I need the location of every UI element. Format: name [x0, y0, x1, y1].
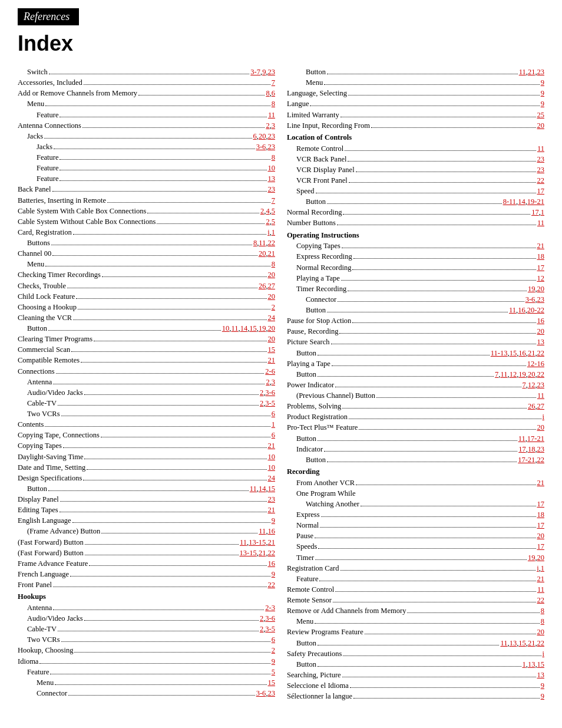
- index-entry: Feature10: [18, 163, 275, 173]
- index-entry: Menu9: [287, 77, 544, 88]
- index-entry: Pause, Recording20: [287, 326, 544, 337]
- index-entry: English Language9: [18, 515, 275, 526]
- index-entry: Operating Instructions: [287, 230, 544, 241]
- index-entry: Express Recording18: [287, 251, 544, 262]
- index-entry: Remote Sensor22: [287, 595, 544, 605]
- index-entry: Watching Another17: [287, 499, 544, 509]
- index-entry: Langue9: [287, 98, 544, 109]
- index-entry: Connector3-6,23: [18, 688, 275, 699]
- index-entry: Menu8: [18, 259, 275, 269]
- index-entry: Frame Advance Feature16: [18, 558, 275, 569]
- index-entry: Jacks6,20,23: [18, 131, 275, 141]
- index-entry: Feature11: [18, 110, 275, 120]
- index-entry: French Language9: [18, 569, 275, 579]
- index-entry: Speeds17: [287, 541, 544, 552]
- index-entry: Sélectionner la langue9: [287, 691, 544, 701]
- index-entry: VCR Back Panel23: [287, 154, 544, 164]
- index-entry: Menu8: [18, 98, 275, 109]
- index-entry: (Previous Channel) Button11: [287, 390, 544, 401]
- index-entry: Product Registrationi: [287, 411, 544, 422]
- index-entry: Remote Control11: [287, 143, 544, 154]
- index-entry: Add or Remove Channels from Memory8,6: [18, 88, 275, 98]
- index-entry: Button8-11,14,19-21: [287, 196, 544, 207]
- index-entry: VCR Display Panel23: [287, 164, 544, 175]
- index-entry: Audio/Video Jacks2,3-6: [18, 387, 275, 398]
- index-entry: Button11,16,20-22: [287, 305, 544, 315]
- index-entry: One Program While: [287, 488, 544, 499]
- index-entry: Searching, Picture13: [287, 670, 544, 680]
- index-entry: Back Panel23: [18, 184, 275, 195]
- index-entry: Registration Cardi,1: [287, 563, 544, 574]
- index-entry: Problems, Solving26,27: [287, 401, 544, 411]
- header-bar: References: [18, 8, 79, 25]
- index-entry: Safety Precautionsi: [287, 648, 544, 659]
- index-entry: (Frame Advance) Button11,16: [18, 526, 275, 536]
- index-entry: Front Panel22: [18, 579, 275, 590]
- index-entry: Jacks3-6,23: [18, 141, 275, 152]
- index-entry: Button10,11,14,15,19,20: [18, 323, 275, 334]
- index-entry: Card, Registrationi,1: [18, 227, 275, 238]
- index-entry: Review Programs Feature20: [287, 627, 544, 637]
- index-entry: Timer19,20: [287, 552, 544, 563]
- index-entry: Connections2-6: [18, 366, 275, 377]
- index-entry: Power Indicator7,12,23: [287, 380, 544, 390]
- index-entry: Pro-Tect Plus™ Feature20: [287, 422, 544, 433]
- index-entry: Idioma9: [18, 656, 275, 667]
- index-entry: Button11-13,15,16,21,22: [287, 348, 544, 358]
- index-entry: Button11,13,15,21,22: [287, 638, 544, 648]
- index-entry: Feature8: [18, 152, 275, 163]
- index-entry: Normal17: [287, 520, 544, 531]
- index-entry: Cable-TV2,3-5: [18, 398, 275, 409]
- index-entry: Timer Recording19,20: [287, 284, 544, 294]
- index-entry: Checking Timer Recordings20: [18, 269, 275, 280]
- index-entry: Picture Search13: [287, 337, 544, 347]
- right-column: Button11,21,23Menu9Language, Selecting9L…: [287, 67, 544, 701]
- index-entry: Button1,13,15: [287, 659, 544, 670]
- index-entry: Speed17: [287, 186, 544, 196]
- index-entry: Button11,21,23: [287, 67, 544, 77]
- index-entry: Audio/Video Jacks2,3-6: [18, 613, 275, 624]
- index-entry: Recording: [287, 466, 544, 477]
- index-entry: Button7,11,12,19,20,22: [287, 369, 544, 380]
- index-entry: Copying Tape, Connections6: [18, 430, 275, 440]
- index-entry: Limited Warranty25: [287, 110, 544, 120]
- index-entry: Display Panel23: [18, 494, 275, 505]
- index-entry: Cleaning the VCR24: [18, 312, 275, 323]
- index-entry: Accessories, Included7: [18, 77, 275, 88]
- index-entry: Menu15: [18, 677, 275, 688]
- page-title: Index: [18, 31, 544, 56]
- index-entry: Express18: [287, 509, 544, 520]
- index-entry: Hookup, Choosing2: [18, 645, 275, 655]
- index-entry: Antenna2,3: [18, 377, 275, 387]
- index-entry: Playing a Tape12-16: [287, 358, 544, 369]
- index-entry: Child Lock Feature20: [18, 291, 275, 302]
- index-entry: Compatible Remotes21: [18, 355, 275, 365]
- index-entry: Editing Tapes21: [18, 505, 275, 515]
- index-entry: Cable System With Cable Box Connections2…: [18, 206, 275, 216]
- index-entry: Design Specifications24: [18, 473, 275, 483]
- index-entry: Number Buttons11: [287, 218, 544, 228]
- index-entry: Remote Control11: [287, 584, 544, 595]
- index-entry: Copying Tapes21: [18, 440, 275, 451]
- index-entry: Button17-21,22: [287, 454, 544, 465]
- index-entry: Date and Time, Setting10: [18, 462, 275, 473]
- index-entry: Feature5: [18, 667, 275, 677]
- index-entry: Choosing a Hookup2: [18, 302, 275, 312]
- index-entry: Menu8: [287, 616, 544, 627]
- index-entry: Switch3-7,9,23: [18, 67, 275, 77]
- index-entry: Seleccione el Idioma9: [287, 680, 544, 691]
- index-entry: Copying Tapes21: [287, 241, 544, 251]
- index-entry: Pause20: [287, 531, 544, 541]
- index-entry: Button11,14,15: [18, 483, 275, 494]
- left-column: Switch3-7,9,23Accessories, Included7Add …: [18, 67, 287, 701]
- index-entry: Two VCRs6: [18, 409, 275, 419]
- index-entry: (Fast Forward) Button11,13-15,21: [18, 537, 275, 548]
- index-entry: Antenna Connections2,3: [18, 120, 275, 131]
- index-entry: Contents1: [18, 419, 275, 430]
- index-entry: Playing a Tape12: [287, 273, 544, 284]
- index-entry: Indicator17,18,23: [287, 444, 544, 454]
- index-entry: From Another VCR21: [287, 477, 544, 488]
- index-entry: Line Input, Recording From20: [287, 120, 544, 131]
- index-entry: Cable System Without Cable Box Connectio…: [18, 216, 275, 227]
- index-entry: Antenna2-3: [18, 602, 275, 613]
